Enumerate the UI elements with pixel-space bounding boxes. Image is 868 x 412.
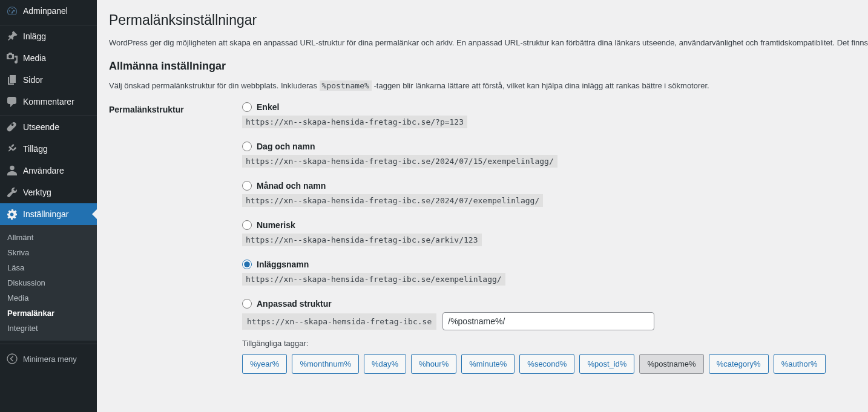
- url-monthname: https://xn--skapa-hemsida-fretag-ibc.se/…: [242, 194, 543, 207]
- pin-icon: [6, 30, 18, 42]
- sidebar-label: Användare: [23, 166, 64, 175]
- sidebar-label: Tillägg: [23, 144, 48, 154]
- collapse-icon: [6, 353, 18, 365]
- sidebar-sub-discussion[interactable]: Diskussion: [0, 275, 97, 290]
- tag-category[interactable]: %category%: [709, 354, 769, 374]
- sidebar-sub-media[interactable]: Media: [0, 290, 97, 306]
- tag-postname[interactable]: %postname%: [639, 354, 703, 374]
- radio-simple[interactable]: [242, 102, 252, 112]
- structure-label: Permalänkstruktur: [109, 102, 242, 114]
- sidebar-label: Kommentarer: [23, 97, 74, 106]
- tag-minute[interactable]: %minute%: [461, 354, 515, 374]
- collapse-label: Minimera meny: [23, 355, 77, 364]
- tag-button-row: %year% %monthnum% %day% %hour% %minute% …: [242, 354, 856, 374]
- sidebar-sub-privacy[interactable]: Integritet: [0, 321, 97, 336]
- dashboard-icon: [6, 5, 18, 17]
- sidebar-label: Sidor: [23, 75, 43, 85]
- main-content: Permalänksinställningar WordPress ger di…: [97, 0, 868, 412]
- tag-second[interactable]: %second%: [519, 354, 574, 374]
- section-desc-code: %postname%: [320, 80, 372, 91]
- sidebar-item-users[interactable]: Användare: [0, 160, 97, 181]
- tag-author[interactable]: %author%: [774, 354, 826, 374]
- sidebar-sub-writing[interactable]: Skriva: [0, 245, 97, 260]
- sidebar-label: Utseende: [23, 122, 59, 132]
- sidebar-submenu: Allmänt Skriva Läsa Diskussion Media Per…: [0, 225, 97, 341]
- url-simple: https://xn--skapa-hemsida-fretag-ibc.se/…: [242, 116, 467, 128]
- page-intro: WordPress ger dig möjligheten att skapa …: [109, 37, 856, 49]
- custom-base-url: https://xn--skapa-hemsida-fretag-ibc.se: [242, 313, 436, 330]
- sidebar-sub-general[interactable]: Allmänt: [0, 230, 97, 245]
- sidebar-item-pages[interactable]: Sidor: [0, 69, 97, 91]
- section-desc-before: Välj önskad permalänkstruktur för din we…: [109, 81, 320, 90]
- url-postname: https://xn--skapa-hemsida-fretag-ibc.se/…: [242, 273, 505, 286]
- sidebar-item-comments[interactable]: Kommentarer: [0, 91, 97, 113]
- section-heading: Allmänna inställningar: [109, 60, 856, 73]
- url-numeric: https://xn--skapa-hemsida-fretag-ibc.se/…: [242, 234, 482, 246]
- radio-numeric[interactable]: [242, 220, 252, 230]
- settings-icon: [6, 208, 18, 220]
- sidebar-label: Inlägg: [23, 31, 46, 41]
- svg-point-0: [7, 354, 17, 364]
- radio-postname-label[interactable]: Inläggsnamn: [257, 260, 309, 269]
- appearance-icon: [6, 121, 18, 133]
- sidebar-sub-reading[interactable]: Läsa: [0, 260, 97, 275]
- page-title: Permalänksinställningar: [109, 12, 856, 28]
- radio-simple-label[interactable]: Enkel: [257, 102, 279, 112]
- sidebar-item-posts[interactable]: Inlägg: [0, 25, 97, 47]
- tag-postid[interactable]: %post_id%: [579, 354, 634, 374]
- sidebar-item-appearance[interactable]: Utseende: [0, 116, 97, 138]
- sidebar-item-settings[interactable]: Inställningar: [0, 203, 97, 225]
- collapse-menu[interactable]: Minimera meny: [0, 348, 97, 370]
- sidebar-label: Adminpanel: [23, 6, 68, 16]
- tools-icon: [6, 186, 18, 198]
- media-icon: [6, 52, 18, 64]
- radio-postname[interactable]: [242, 260, 252, 269]
- radio-monthname-label[interactable]: Månad och namn: [257, 181, 326, 191]
- sidebar-label: Verktyg: [23, 188, 51, 197]
- url-dayname: https://xn--skapa-hemsida-fretag-ibc.se/…: [242, 155, 557, 168]
- tag-hour[interactable]: %hour%: [411, 354, 456, 374]
- sidebar-label: Media: [23, 53, 46, 63]
- custom-structure-input[interactable]: [442, 312, 654, 330]
- radio-dayname-label[interactable]: Dag och namn: [257, 142, 315, 151]
- tag-monthnum[interactable]: %monthnum%: [292, 354, 359, 374]
- sidebar-item-media[interactable]: Media: [0, 47, 97, 69]
- tag-year[interactable]: %year%: [242, 354, 287, 374]
- sidebar-item-plugins[interactable]: Tillägg: [0, 138, 97, 160]
- radio-custom[interactable]: [242, 299, 252, 309]
- pages-icon: [6, 74, 18, 86]
- tag-day[interactable]: %day%: [364, 354, 406, 374]
- section-desc: Välj önskad permalänkstruktur för din we…: [109, 80, 856, 92]
- comments-icon: [6, 96, 18, 108]
- sidebar-sub-permalinks[interactable]: Permalänkar: [0, 306, 97, 321]
- page-intro-text: WordPress ger dig möjligheten att skapa …: [109, 38, 868, 47]
- radio-dayname[interactable]: [242, 142, 252, 151]
- tags-label: Tillgängliga taggar:: [242, 339, 856, 348]
- radio-monthname[interactable]: [242, 181, 252, 191]
- sidebar-item-dashboard[interactable]: Adminpanel: [0, 0, 97, 22]
- radio-custom-label[interactable]: Anpassad struktur: [257, 299, 332, 309]
- sidebar-label: Inställningar: [23, 209, 69, 219]
- admin-sidebar: Adminpanel Inlägg Media Sidor Kommentare…: [0, 0, 97, 412]
- sidebar-item-tools[interactable]: Verktyg: [0, 181, 97, 203]
- user-icon: [6, 165, 18, 177]
- plugin-icon: [6, 143, 18, 155]
- section-desc-after: -taggen blir länkarna lättare att förstå…: [373, 81, 709, 90]
- radio-numeric-label[interactable]: Numerisk: [257, 220, 295, 230]
